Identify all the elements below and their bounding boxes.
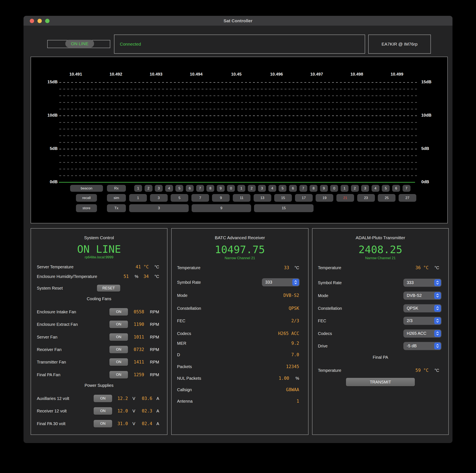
transmitter-row: Symbol Rate 333 <box>312 279 448 287</box>
receiver-row: Symbol Rate 333 <box>172 278 308 286</box>
unit-label: % <box>295 376 299 381</box>
receiver-rows: Temperature 33 °C Symbol Rate 333 <box>172 229 308 435</box>
supply-on-button[interactable]: ON <box>94 407 112 415</box>
row-value: DVB-S2 <box>283 293 299 298</box>
dropdown-value: 333 <box>265 280 272 285</box>
dropdown-value: 333 <box>407 280 414 285</box>
row-value: 33 <box>284 265 289 270</box>
dropdown-value: 2/3 <box>407 318 412 323</box>
app-window: Sat Controller ON LINE Connected EA7KIR … <box>23 16 453 443</box>
row-label: Constellation <box>318 306 342 311</box>
power-supply-row: Receiver 12 volt ON 12.0 V 02.3 A <box>31 407 167 415</box>
receiver-row: Constellation QPSK <box>172 304 308 312</box>
receiver-row: Callsign G8WAA <box>172 385 308 394</box>
transmitter-row: Mode DVB-S2 <box>312 291 448 300</box>
row-label: Mode <box>318 293 328 298</box>
dropdown-value: H265 ACC <box>407 331 426 336</box>
row-label: Symbol Rate <box>318 280 342 285</box>
close-button[interactable] <box>30 19 34 23</box>
title-bar: Sat Controller <box>23 16 453 26</box>
online-toggle-knob[interactable]: ON LINE <box>65 40 94 47</box>
wide-channel-buttons-row: 3915 <box>31 57 447 223</box>
online-toggle[interactable]: ON LINE <box>47 40 110 48</box>
dropdown-select[interactable]: DVB-S2 <box>403 291 442 300</box>
receiver-row: Antenna 1 <box>172 397 308 405</box>
amps-value: 02.4 <box>142 421 152 426</box>
amps-value: 02.3 <box>142 408 152 414</box>
row-label: Codecs <box>318 331 332 336</box>
up-down-chevrons-icon <box>292 279 299 286</box>
amps-value: 03.6 <box>142 396 152 401</box>
wide-channel-button[interactable]: 15 <box>254 204 314 212</box>
row-value: 12345 <box>286 364 299 369</box>
minimize-button[interactable] <box>37 19 42 23</box>
row-label: Drive <box>318 344 328 348</box>
dropdown-select[interactable]: QPSK <box>403 304 442 312</box>
section-heading: Final PA <box>312 355 448 360</box>
row-value: G8WAA <box>286 387 299 392</box>
up-down-chevrons-icon <box>434 330 441 337</box>
volts-value: 31.0 <box>117 421 128 426</box>
dropdown-select[interactable]: 333 <box>262 278 300 286</box>
unit-label: V <box>133 396 135 401</box>
row-value: QPSK <box>289 306 299 311</box>
row-label: Temperature <box>318 265 341 270</box>
transmit-button[interactable]: TRANSMIT <box>346 378 415 386</box>
dropdown-select[interactable]: H265 ACC <box>403 329 442 337</box>
window-title: Sat Controller <box>23 16 453 26</box>
row-label: Temperature <box>318 368 341 373</box>
unit-label: A <box>156 421 159 426</box>
power-supply-row: Auxillaries 12 volt ON 12.2 V 03.6 A <box>31 395 167 402</box>
supply-on-button[interactable]: ON <box>94 395 112 402</box>
row-label: FEC <box>177 318 185 323</box>
transmitter-row: Constellation QPSK <box>312 304 448 312</box>
receiver-row: Codecs H265 ACC <box>172 329 308 337</box>
receiver-row: D 7.0 <box>172 351 308 359</box>
transmitter-panel: ADALM-Pluto Transmitter 2408.25 Narrow C… <box>312 228 449 435</box>
transmitter-row: Final PA <box>312 353 448 361</box>
dropdown-select[interactable]: 333 <box>403 279 442 287</box>
unit-label: °C <box>295 265 299 270</box>
row-label: Constellation <box>177 306 201 311</box>
transmitter-row: Drive -5 dB <box>312 342 448 350</box>
row-value: 36 °C <box>415 265 428 270</box>
transmitter-row: Temperature 36 °C °C <box>312 264 448 272</box>
up-down-chevrons-icon <box>434 292 441 299</box>
up-down-chevrons-icon <box>434 305 441 312</box>
callsign-text: EA7KIR @ IM76rp <box>382 42 418 47</box>
receiver-row: NUL Packets 1.00 % <box>172 374 308 382</box>
supply-on-button[interactable]: ON <box>94 420 112 427</box>
dropdown-value: DVB-S2 <box>407 293 422 298</box>
transmitter-row: FEC 2/3 <box>312 317 448 325</box>
wide-channel-button[interactable]: 3 <box>129 204 189 212</box>
up-down-chevrons-icon <box>434 279 441 286</box>
unit-label: V <box>133 421 135 426</box>
row-label: Antenna <box>177 399 193 403</box>
row-label: Symbol Rate <box>177 280 201 285</box>
receiver-row: FEC 2/3 <box>172 317 308 325</box>
transmitter-row: Temperature 59 °C °C <box>312 366 448 374</box>
volts-value: 12.0 <box>117 408 128 414</box>
row-value: 59 °C <box>415 368 428 373</box>
power-supply-row: Final PA 30 volt ON 31.0 V 02.4 A <box>31 420 167 427</box>
row-label: Packets <box>177 364 192 369</box>
dropdown-select[interactable]: -5 dB <box>403 342 442 350</box>
wide-channel-button[interactable]: 9 <box>192 204 251 212</box>
receiver-row: MER 9.2 <box>172 339 308 347</box>
unit-label: V <box>133 409 135 414</box>
row-value: H265 ACC <box>278 331 299 336</box>
unit-label: °C <box>435 368 439 373</box>
power-supply-rows: Auxillaries 12 volt ON 12.2 V 03.6 A Rec… <box>31 229 167 435</box>
receiver-row: Temperature 33 °C <box>172 264 308 272</box>
row-label: FEC <box>318 318 326 323</box>
row-label: Temperature <box>177 265 200 270</box>
row-label: Mode <box>177 293 187 298</box>
row-label: NUL Packets <box>177 376 201 381</box>
system-control-panel: System Control ON LINE rp64lite.local:99… <box>31 228 168 435</box>
connection-status-text: Connected <box>120 42 141 47</box>
transmitter-row: Codecs H265 ACC <box>312 329 448 337</box>
zoom-button[interactable] <box>45 19 50 23</box>
dropdown-value: -5 dB <box>407 344 417 348</box>
row-label: Codecs <box>177 331 191 336</box>
dropdown-select[interactable]: 2/3 <box>403 317 442 325</box>
